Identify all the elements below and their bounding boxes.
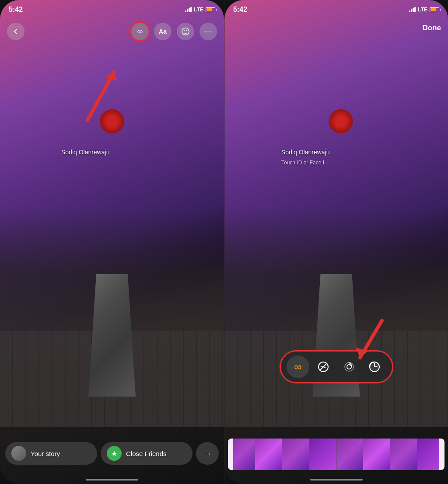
your-story-label: Your story <box>31 450 60 457</box>
video-strip-handle-right[interactable] <box>439 439 444 470</box>
sticker-icon <box>181 27 190 36</box>
status-icons-left: LTE <box>185 7 215 13</box>
close-friends-icon: ★ <box>107 446 122 461</box>
more-button[interactable]: ··· <box>200 23 217 40</box>
status-icons-right: LTE <box>409 7 439 13</box>
svg-point-7 <box>347 365 351 369</box>
video-thumb-3 <box>282 439 309 470</box>
left-phone-panel: 5:42 LTE <box>0 0 224 484</box>
infinity-option-icon: ∞ <box>294 361 301 373</box>
battery-icon-left <box>206 7 215 12</box>
slash-option-icon <box>317 361 329 373</box>
echo-option-icon <box>343 361 355 373</box>
text-icon: Aa <box>159 28 167 35</box>
video-strip[interactable] <box>228 439 444 470</box>
boomerang-option-infinity[interactable]: ∞ <box>287 355 309 378</box>
toolbar-right-buttons: ∞ Aa ··· <box>131 23 217 40</box>
infinity-icon: ∞ <box>137 27 143 36</box>
status-bar-right: 5:42 LTE <box>224 0 448 19</box>
video-thumb-2 <box>255 439 282 470</box>
more-icon: ··· <box>204 27 212 36</box>
username-overlay-right: Sodiq Olanrewaju <box>281 149 330 156</box>
status-time-left: 5:42 <box>9 6 23 14</box>
home-indicator-left <box>86 479 138 481</box>
status-bar-left: 5:42 LTE <box>0 0 224 19</box>
your-story-button[interactable]: Your story <box>5 442 97 465</box>
back-button[interactable] <box>7 23 24 40</box>
rose-decoration-right <box>329 109 353 133</box>
battery-icon-right <box>430 7 439 12</box>
signal-icon-right <box>409 7 416 12</box>
status-time-right: 5:42 <box>233 6 247 14</box>
send-arrow-icon: → <box>203 449 212 459</box>
lte-label-right: LTE <box>418 7 427 13</box>
top-toolbar-left: ∞ Aa ··· <box>0 19 224 44</box>
video-strip-handle-left[interactable] <box>228 439 233 470</box>
boomerang-option-echo[interactable] <box>338 355 360 378</box>
right-phone-panel: 5:42 LTE Done Sodiq Olanrewaju Touch ID … <box>224 0 448 484</box>
send-button[interactable]: → <box>196 442 219 465</box>
video-thumb-6 <box>363 439 390 470</box>
svg-point-1 <box>184 30 185 31</box>
boomerang-option-slash[interactable] <box>312 355 335 378</box>
svg-point-0 <box>182 28 189 35</box>
sticker-button[interactable] <box>177 23 194 40</box>
story-avatar <box>11 446 26 461</box>
bottom-bar-left: Your story ★ Close Friends → <box>0 436 224 471</box>
home-indicator-right <box>310 479 363 481</box>
svg-point-2 <box>186 30 187 31</box>
boomerang-option-slow[interactable] <box>363 355 386 378</box>
username-overlay-left: Sodiq Olanrewaju <box>61 149 110 156</box>
video-thumb-5 <box>336 439 364 470</box>
slow-option-icon <box>368 361 381 373</box>
subtext-overlay-right: Touch ID or Face I... <box>281 160 329 166</box>
chevron-left-icon <box>12 28 19 35</box>
text-button[interactable]: Aa <box>154 23 172 40</box>
rose-decoration <box>100 109 124 133</box>
close-friends-button[interactable]: ★ Close Friends <box>101 442 192 465</box>
close-friends-label: Close Friends <box>126 450 167 457</box>
video-thumb-4 <box>309 439 336 470</box>
boomerang-panel: ∞ <box>280 350 393 383</box>
infinity-button[interactable]: ∞ <box>131 23 149 40</box>
signal-icon-left <box>185 7 192 12</box>
done-button[interactable]: Done <box>423 24 441 32</box>
lte-label-left: LTE <box>194 7 203 13</box>
video-thumb-7 <box>390 439 417 470</box>
